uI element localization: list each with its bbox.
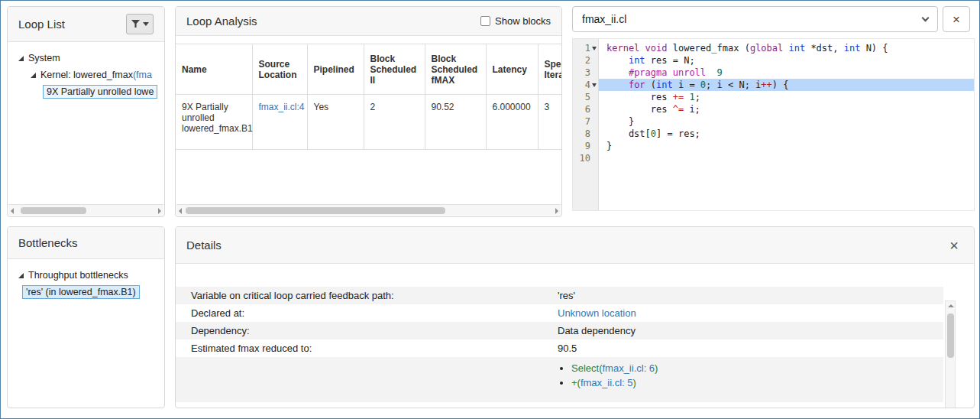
code-line[interactable]: kernel void lowered_fmax (global int *ds… xyxy=(599,42,974,54)
tree-expander-icon[interactable] xyxy=(31,73,36,78)
fold-caret-placeholder xyxy=(592,71,597,75)
column-header-block-scheduled-fmax: Block Scheduled fMAX xyxy=(425,44,486,95)
gutter-line: 3 xyxy=(573,67,598,79)
fold-caret-icon[interactable] xyxy=(592,47,597,50)
bottlenecks-tree: Throughput bottlenecks 'res' (in lowered… xyxy=(8,259,164,300)
tree-item-label: Throughput bottlenecks xyxy=(28,270,128,281)
detail-row: Declared at: Unknown location xyxy=(176,304,943,322)
show-blocks-checkbox[interactable] xyxy=(480,16,490,26)
detail-key: Variable on critical loop carried feedba… xyxy=(176,290,558,301)
source-selector-row: fmax_ii.cl × xyxy=(572,6,975,32)
funnel-icon xyxy=(131,20,140,28)
details-title: Details xyxy=(186,239,222,252)
bottlenecks-header: Bottlenecks xyxy=(8,227,164,259)
tree-item-kernel[interactable]: Kernel: lowered_fmax (fma xyxy=(8,67,164,83)
source-ref-link[interactable]: fmax_ii.cl: 6 xyxy=(602,362,655,374)
cell-block-scheduled-ii: 2 xyxy=(364,95,425,150)
details-vscrollbar[interactable] xyxy=(945,300,956,408)
list-item: Select(fmax_ii.cl: 6) xyxy=(571,362,943,374)
tree-item-loop-selected[interactable]: 9X Partially unrolled lowe xyxy=(8,83,164,100)
loop-list-tree: System Kernel: lowered_fmax (fma 9X Part… xyxy=(8,42,164,100)
code-line[interactable]: int res = N; xyxy=(599,54,974,67)
bottlenecks-panel: Bottlenecks Throughput bottlenecks 'res'… xyxy=(7,226,165,408)
loop-analysis-header: Loop Analysis Show blocks xyxy=(176,7,561,36)
code-line[interactable]: res ^= i; xyxy=(599,103,974,115)
gutter-line: 2 xyxy=(573,54,598,67)
loop-analysis-hscrollbar[interactable] xyxy=(176,204,561,216)
detail-key: Dependency: xyxy=(176,325,558,336)
detail-row-bullets: Select(fmax_ii.cl: 6) +(fmax_ii.cl: 5) xyxy=(176,357,943,402)
gutter-line: 5 xyxy=(573,91,598,103)
cell-latency: 6.000000 xyxy=(486,95,538,150)
kernel-source-link[interactable]: (fma xyxy=(133,70,152,80)
gutter-line: 7 xyxy=(573,115,598,128)
scroll-right-arrow-icon[interactable] xyxy=(555,208,558,214)
tree-item-bottleneck-selected[interactable]: 'res' (in lowered_fmax.B1) xyxy=(8,284,164,300)
tree-item-throughput-bottlenecks[interactable]: Throughput bottlenecks xyxy=(8,267,164,284)
show-blocks-label: Show blocks xyxy=(495,15,551,27)
fold-caret-placeholder xyxy=(592,120,597,124)
detail-row: Dependency: Data dependency xyxy=(176,322,943,339)
fold-caret-icon[interactable] xyxy=(592,83,597,87)
contributor-list: Select(fmax_ii.cl: 6) +(fmax_ii.cl: 5) xyxy=(558,362,943,388)
code-editor[interactable]: 12345678910 kernel void lowered_fmax (gl… xyxy=(572,38,975,211)
selected-bottleneck-label: 'res' (in lowered_fmax.B1) xyxy=(22,285,140,299)
scroll-right-arrow-icon[interactable] xyxy=(158,208,161,214)
loop-list-hscrollbar[interactable] xyxy=(8,204,163,216)
column-header-latency: Latency xyxy=(486,44,538,95)
code-gutter: 12345678910 xyxy=(573,39,599,210)
code-lines: kernel void lowered_fmax (global int *ds… xyxy=(599,39,974,210)
column-header-pipelined: Pipelined xyxy=(307,44,364,95)
code-line[interactable]: } xyxy=(599,115,974,128)
source-location-link[interactable]: fmax_ii.cl:4 xyxy=(259,102,305,112)
code-line-highlighted[interactable]: for (int i = 0; i < N; i++) { xyxy=(599,79,974,91)
scroll-left-arrow-icon[interactable] xyxy=(179,208,182,214)
detail-value: Unknown location xyxy=(558,307,943,319)
code-line[interactable]: dst[0] = res; xyxy=(599,128,974,140)
code-line[interactable]: res += 1; xyxy=(599,91,974,103)
column-header-name: Name xyxy=(176,44,252,95)
fold-caret-placeholder xyxy=(592,96,597,99)
fold-caret-placeholder xyxy=(592,132,597,136)
scrollbar-thumb[interactable] xyxy=(186,207,445,214)
show-blocks-control: Show blocks xyxy=(480,15,551,27)
detail-key: Estimated fmax reduced to: xyxy=(176,343,558,354)
details-header: Details × xyxy=(176,227,974,264)
table-header-row: Name Source Location Pipelined Block Sch… xyxy=(176,44,562,95)
source-ref-link[interactable]: fmax_ii.cl: 5 xyxy=(581,377,633,388)
cell-block-scheduled-fmax: 90.52 xyxy=(425,95,486,150)
declared-at-link[interactable]: Unknown location xyxy=(558,307,636,319)
gutter-line[interactable]: 4 xyxy=(573,79,598,91)
loop-analysis-panel: Loop Analysis Show blocks Name Source Lo… xyxy=(175,6,562,217)
detail-key: Declared at: xyxy=(176,307,558,319)
fold-caret-placeholder xyxy=(592,108,597,112)
cell-spec-iterations: 3 xyxy=(538,95,562,150)
close-source-button[interactable]: × xyxy=(943,6,970,32)
code-line[interactable]: #pragma unroll 9 xyxy=(599,67,974,79)
fold-caret-placeholder xyxy=(592,145,597,148)
gutter-line[interactable]: 1 xyxy=(573,42,598,54)
close-details-button[interactable]: × xyxy=(949,238,959,253)
scrollbar-thumb[interactable] xyxy=(947,313,954,358)
fold-caret-placeholder xyxy=(592,157,597,161)
file-selector[interactable]: fmax_ii.cl xyxy=(572,6,938,32)
code-line[interactable] xyxy=(599,152,974,164)
tree-item-system[interactable]: System xyxy=(8,50,164,67)
scrollbar-thumb[interactable] xyxy=(21,207,86,214)
report-window: Loop List System Kernel: lowered_fmax (f… xyxy=(0,0,980,419)
table-row[interactable]: 9X Partially unrolled lowered_fmax.B1 fm… xyxy=(176,95,562,150)
tree-expander-icon[interactable] xyxy=(18,273,24,278)
source-viewer-panel: fmax_ii.cl × 12345678910 kernel void low… xyxy=(572,6,975,217)
scroll-left-arrow-icon[interactable] xyxy=(11,208,14,214)
filter-button[interactable] xyxy=(126,14,154,34)
column-header-spec-iterations: Spec Itera xyxy=(538,44,562,95)
column-header-source-location: Source Location xyxy=(252,44,307,95)
tree-item-label: System xyxy=(28,53,60,63)
details-body: Variable on critical loop carried feedba… xyxy=(176,287,974,408)
code-line[interactable]: } xyxy=(599,140,974,152)
tree-expander-icon[interactable] xyxy=(18,56,24,61)
op-label: Select( xyxy=(571,362,602,374)
chevron-down-icon xyxy=(922,14,930,21)
detail-value: Select(fmax_ii.cl: 6) +(fmax_ii.cl: 5) xyxy=(558,359,943,391)
scroll-up-arrow-icon[interactable] xyxy=(948,304,954,307)
